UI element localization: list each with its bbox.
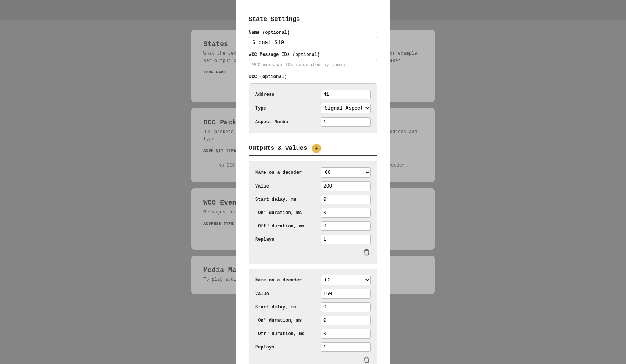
output-name-label: Name on a decoder [255,170,305,175]
output-start-delay-input[interactable] [321,195,371,204]
output-off-duration-input[interactable] [321,329,371,339]
output-on-duration-input[interactable] [321,208,371,218]
dcc-address-label: Address [255,92,305,97]
output-off-duration-label: "Off" duration, ms [255,224,305,229]
dcc-type-select[interactable]: Signal Aspect [321,103,371,113]
name-label: Name (optional) [249,30,377,35]
wcc-ids-input[interactable] [249,59,377,70]
output-replays-input[interactable] [321,342,371,352]
output-on-duration-label: "On" duration, ms [255,318,305,323]
output-replays-label: Replays [255,237,305,242]
wcc-ids-label: WCC Message IDs (optional) [249,52,377,57]
output-value-input[interactable] [321,289,371,299]
output-start-delay-label: Start delay, ms [255,305,305,310]
output-off-duration-label: "Off" duration, ms [255,331,305,337]
output-replays-label: Replays [255,345,305,350]
output-value-label: Value [255,291,305,297]
output-start-delay-input[interactable] [321,302,371,312]
name-input[interactable] [249,37,377,48]
output-off-duration-input[interactable] [321,221,371,231]
trash-icon [363,249,370,256]
dcc-address-input[interactable] [321,90,371,99]
output-on-duration-input[interactable] [321,316,371,325]
outputs-heading: Outputs & values [249,145,307,152]
state-settings-heading: State Settings [249,16,377,25]
output-value-input[interactable] [321,181,371,191]
dcc-panel: Address Type Signal Aspect Aspect Number [249,83,377,133]
delete-output-button[interactable] [362,248,371,258]
output-card: Name on a decoder 00 Value Start delay, … [249,161,377,264]
output-value-label: Value [255,184,305,189]
output-start-delay-label: Start delay, ms [255,197,305,202]
output-name-label: Name on a decoder [255,278,305,283]
state-settings-modal: State Settings Name (optional) WCC Messa… [236,0,390,364]
outputs-heading-row: Outputs & values + [249,144,377,156]
plus-icon: + [315,144,318,153]
add-output-button[interactable]: + [312,144,321,153]
dcc-aspect-input[interactable] [321,117,371,127]
output-name-select[interactable]: 03 [321,275,371,285]
delete-output-button[interactable] [362,356,371,364]
output-name-select[interactable]: 00 [321,167,371,178]
trash-icon [363,356,370,363]
output-replays-input[interactable] [321,235,371,244]
dcc-type-label: Type [255,106,305,111]
dcc-aspect-label: Aspect Number [255,119,305,125]
dcc-label: DCC (optional) [249,74,377,79]
output-on-duration-label: "On" duration, ms [255,210,305,216]
output-card: Name on a decoder 03 Value Start delay, … [249,269,377,364]
